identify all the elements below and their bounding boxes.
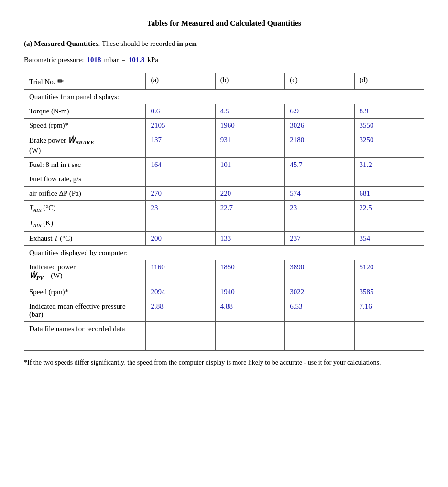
val-ind-power-b: 1850 bbox=[215, 260, 284, 285]
label-speed1: Speed (rpm)* bbox=[24, 118, 146, 133]
val-data-files-a bbox=[146, 321, 215, 350]
val-fuel-flow-c bbox=[285, 172, 354, 186]
val-fuel-flow-d bbox=[354, 172, 424, 186]
val-speed1-d: 3550 bbox=[354, 118, 424, 133]
table-row-exhaust: Exhaust T (°C) 200 133 237 354 bbox=[24, 231, 424, 245]
val-speed2-c: 3022 bbox=[285, 285, 354, 299]
val-speed2-a: 2094 bbox=[146, 285, 215, 299]
label-data-files: Data file names for recorded data bbox=[24, 321, 146, 350]
span-row-panel: Quantities from panel displays: bbox=[24, 89, 424, 104]
val-t-air-c-a: 23 bbox=[146, 200, 215, 216]
label-t-air-k: TAIR (K) bbox=[24, 216, 146, 231]
footnote: *If the two speeds differ significantly,… bbox=[24, 357, 424, 367]
val-exhaust-a: 200 bbox=[146, 231, 215, 245]
val-exhaust-c: 237 bbox=[285, 231, 354, 245]
table-row-fuel-flow: Fuel flow rate, g/s bbox=[24, 172, 424, 186]
val-t-air-k-c bbox=[285, 216, 354, 231]
table-row-t-air-c: TAIR (°C) 23 22.7 23 22.5 bbox=[24, 200, 424, 216]
label-indicated-power: Indicated power ẆPV (W) bbox=[24, 260, 146, 285]
val-air-b: 220 bbox=[215, 186, 284, 200]
table-row-air-orifice: air orifice ΔP (Pa) 270 220 574 681 bbox=[24, 186, 424, 200]
val-t-air-c-c: 23 bbox=[285, 200, 354, 216]
table-row-t-air-k: TAIR (K) bbox=[24, 216, 424, 231]
val-t-air-k-b bbox=[215, 216, 284, 231]
table-row-data-files: Data file names for recorded data bbox=[24, 321, 424, 350]
val-imep-a: 2.88 bbox=[146, 299, 215, 321]
table-row-torque: Torque (N-m) 0.6 4.5 6.9 8.9 bbox=[24, 104, 424, 118]
table-row-speed2: Speed (rpm)* 2094 1940 3022 3585 bbox=[24, 285, 424, 299]
label-air-orifice: air orifice ΔP (Pa) bbox=[24, 186, 146, 200]
val-air-a: 270 bbox=[146, 186, 215, 200]
val-data-files-c bbox=[285, 321, 354, 350]
label-fuel-flow: Fuel flow rate, g/s bbox=[24, 172, 146, 186]
span-row-computer: Quantities displayed by computer: bbox=[24, 245, 424, 260]
page-title: Tables for Measured and Calculated Quant… bbox=[24, 19, 424, 28]
val-brake-b: 931 bbox=[215, 133, 284, 157]
val-fuel-t-a: 164 bbox=[146, 157, 215, 172]
val-ind-power-a: 1160 bbox=[146, 260, 215, 285]
val-fuel-flow-a bbox=[146, 172, 215, 186]
val-fuel-t-b: 101 bbox=[215, 157, 284, 172]
val-exhaust-b: 133 bbox=[215, 231, 284, 245]
val-brake-c: 2180 bbox=[285, 133, 354, 157]
table-row-brake-power: Brake power ẆBRAKE(W) 137 931 2180 3250 bbox=[24, 133, 424, 157]
val-imep-b: 4.88 bbox=[215, 299, 284, 321]
val-ind-power-c: 3890 bbox=[285, 260, 354, 285]
label-imep: Indicated mean effective pressure (bar) bbox=[24, 299, 146, 321]
val-t-air-k-a bbox=[146, 216, 215, 231]
val-fuel-flow-b bbox=[215, 172, 284, 186]
label-t-air-c: TAIR (°C) bbox=[24, 200, 146, 216]
val-data-files-d bbox=[354, 321, 424, 350]
val-brake-d: 3250 bbox=[354, 133, 424, 157]
label-speed2: Speed (rpm)* bbox=[24, 285, 146, 299]
val-speed1-a: 2105 bbox=[146, 118, 215, 133]
val-imep-d: 7.16 bbox=[354, 299, 424, 321]
label-exhaust: Exhaust T (°C) bbox=[24, 231, 146, 245]
val-ind-power-d: 5120 bbox=[354, 260, 424, 285]
val-speed2-b: 1940 bbox=[215, 285, 284, 299]
label-fuel-t: Fuel: 8 ml in t sec bbox=[24, 157, 146, 172]
val-t-air-c-d: 22.5 bbox=[354, 200, 424, 216]
header-col4: (d) bbox=[354, 73, 424, 89]
val-fuel-t-c: 45.7 bbox=[285, 157, 354, 172]
val-brake-a: 137 bbox=[146, 133, 215, 157]
table-row-speed1: Speed (rpm)* 2105 1960 3026 3550 bbox=[24, 118, 424, 133]
val-torque-d: 8.9 bbox=[354, 104, 424, 118]
val-speed2-d: 3585 bbox=[354, 285, 424, 299]
val-torque-c: 6.9 bbox=[285, 104, 354, 118]
header-col2: (b) bbox=[215, 73, 284, 89]
val-fuel-t-d: 31.2 bbox=[354, 157, 424, 172]
header-col3: (c) bbox=[285, 73, 354, 89]
val-speed1-c: 3026 bbox=[285, 118, 354, 133]
val-speed1-b: 1960 bbox=[215, 118, 284, 133]
val-air-d: 681 bbox=[354, 186, 424, 200]
val-data-files-b bbox=[215, 321, 284, 350]
table-row-fuel-t: Fuel: 8 ml in t sec 164 101 45.7 31.2 bbox=[24, 157, 424, 172]
measured-quantities-table: Trial No. ✏ (a) (b) (c) (d) Quantities f… bbox=[24, 73, 424, 351]
barometric-pressure: Barometric pressure: 1018 mbar = 101.8 k… bbox=[24, 56, 424, 64]
val-t-air-c-b: 22.7 bbox=[215, 200, 284, 216]
header-col0: Trial No. ✏ bbox=[24, 73, 146, 89]
val-torque-b: 4.5 bbox=[215, 104, 284, 118]
section-a-heading: (a) Measured Quantities. These should be… bbox=[24, 38, 424, 49]
header-col1: (a) bbox=[146, 73, 215, 89]
table-row-indicated-power: Indicated power ẆPV (W) 1160 1850 3890 5… bbox=[24, 260, 424, 285]
val-imep-c: 6.53 bbox=[285, 299, 354, 321]
label-torque: Torque (N-m) bbox=[24, 104, 146, 118]
val-air-c: 574 bbox=[285, 186, 354, 200]
table-row-imep: Indicated mean effective pressure (bar) … bbox=[24, 299, 424, 321]
val-torque-a: 0.6 bbox=[146, 104, 215, 118]
val-exhaust-d: 354 bbox=[354, 231, 424, 245]
table-header-row: Trial No. ✏ (a) (b) (c) (d) bbox=[24, 73, 424, 89]
label-brake-power: Brake power ẆBRAKE(W) bbox=[24, 133, 146, 157]
val-t-air-k-d bbox=[354, 216, 424, 231]
